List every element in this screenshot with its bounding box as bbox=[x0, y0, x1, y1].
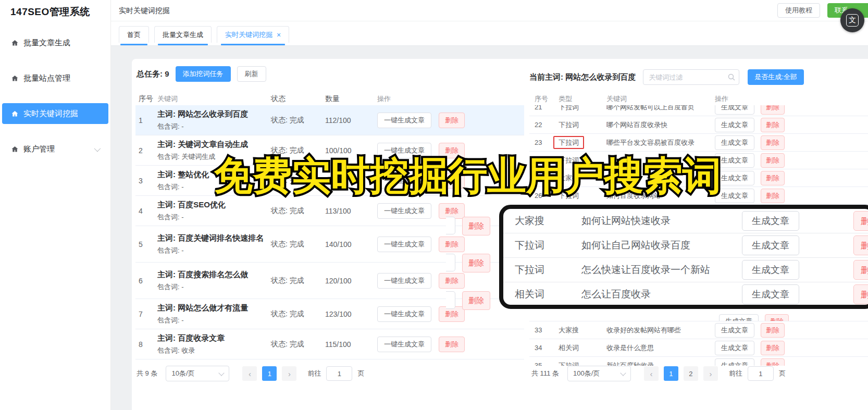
delete-button[interactable]: 删除 bbox=[761, 358, 785, 366]
keyword-text: 收录是什么意思 bbox=[606, 343, 715, 353]
generate-article-button[interactable]: 生成文章 bbox=[715, 118, 754, 132]
keyword-type-label: 相关词 bbox=[559, 344, 579, 352]
button-edge-fragment bbox=[446, 254, 455, 271]
keyword-filter-input[interactable] bbox=[643, 69, 739, 85]
keyword-actions: 生成文章删除 bbox=[715, 118, 785, 132]
tab-3[interactable]: 实时关键词挖掘× bbox=[217, 26, 289, 43]
task-index: 8 bbox=[139, 340, 157, 349]
generate-all-button[interactable]: 是否生成:全部 bbox=[748, 69, 804, 85]
delete-button[interactable]: 删除 bbox=[853, 211, 868, 231]
prev-page-button[interactable]: ‹ bbox=[242, 366, 257, 381]
widget-badge-icon[interactable]: 文 bbox=[840, 8, 864, 32]
keyword-type: 下拉词 bbox=[559, 105, 606, 112]
generate-article-button[interactable]: 生成文章 bbox=[719, 314, 759, 321]
delete-button[interactable]: 删除 bbox=[761, 323, 785, 338]
keyword-actions: 生成文章删除 bbox=[715, 171, 785, 185]
delete-button[interactable]: 删除 bbox=[439, 337, 465, 352]
magnified-keyword-row: 大家搜如何让网站快速收录生成文章删除 bbox=[503, 209, 868, 233]
tab-2[interactable]: 批量文章生成 bbox=[154, 26, 212, 43]
delete-button[interactable]: 删除 bbox=[853, 284, 868, 304]
task-row: 8主词: 百度收录文章包含词: 收录状态: 完成115/100一键生成文章删除 bbox=[135, 329, 524, 359]
column-header: 关键词 bbox=[606, 94, 715, 104]
generate-article-button[interactable]: 生成文章 bbox=[742, 235, 799, 255]
sidebar-item-2[interactable]: 批量站点管理 bbox=[2, 68, 108, 89]
next-page-button[interactable]: › bbox=[703, 366, 718, 381]
task-count: 112/100 bbox=[325, 116, 377, 125]
keyword-row: 34相关词收录是什么意思生成文章删除 bbox=[529, 339, 868, 357]
tab-underline bbox=[158, 44, 208, 45]
generate-article-button[interactable]: 一键生成文章 bbox=[377, 306, 431, 322]
page-number-2[interactable]: 2 bbox=[684, 366, 698, 381]
help-button[interactable]: 使用教程 bbox=[777, 3, 820, 18]
generate-article-button[interactable]: 生成文章 bbox=[715, 323, 754, 338]
refresh-button[interactable]: 刷新 bbox=[237, 66, 266, 82]
generate-article-button[interactable]: 生成文章 bbox=[742, 260, 799, 280]
translate-icon: 文 bbox=[846, 14, 859, 27]
generate-article-button[interactable]: 生成文章 bbox=[715, 135, 754, 150]
generate-article-button[interactable]: 一键生成文章 bbox=[377, 273, 431, 289]
page-number-1[interactable]: 1 bbox=[262, 366, 277, 381]
add-task-button[interactable]: 添加挖词任务 bbox=[176, 66, 231, 82]
delete-button[interactable]: 删除 bbox=[761, 171, 785, 185]
generate-article-button[interactable]: 一键生成文章 bbox=[377, 203, 431, 219]
app-logo: 147SEO管理系统 bbox=[10, 5, 90, 19]
sidebar-item-1[interactable]: 批量文章生成 bbox=[2, 32, 108, 53]
delete-button[interactable]: 删除 bbox=[439, 113, 465, 128]
keywords-pagination: 共 111 条100条/页‹12›前往页 bbox=[531, 366, 786, 381]
delete-button[interactable]: 删除 bbox=[853, 260, 868, 280]
keyword-type: 下拉词 bbox=[559, 138, 606, 147]
magnified-delete-button-fragment[interactable]: 删除 bbox=[462, 217, 490, 235]
delete-button[interactable]: 删除 bbox=[853, 235, 868, 255]
generate-article-button[interactable]: 生成文章 bbox=[742, 284, 799, 304]
sidebar-item-4[interactable]: 账户管理 bbox=[2, 139, 108, 159]
delete-button[interactable]: 删除 bbox=[761, 189, 785, 203]
delete-button[interactable]: 删除 bbox=[761, 105, 785, 115]
goto-page-input[interactable] bbox=[326, 366, 352, 381]
keyword-index: 35 bbox=[535, 362, 559, 366]
keyword-text: 怎么快速让百度收录一个新站 bbox=[581, 263, 738, 277]
goto-label: 前往 bbox=[307, 369, 321, 378]
delete-button[interactable]: 删除 bbox=[761, 135, 785, 150]
next-page-button[interactable]: › bbox=[282, 366, 296, 381]
generate-article-button[interactable]: 生成文章 bbox=[715, 105, 754, 115]
magnified-delete-button-fragment[interactable]: 删除 bbox=[462, 291, 490, 310]
keyword-index: 34 bbox=[535, 344, 559, 352]
prev-page-button[interactable]: ‹ bbox=[644, 366, 659, 381]
delete-button[interactable]: 删除 bbox=[439, 237, 465, 252]
delete-button[interactable]: 删除 bbox=[765, 314, 789, 321]
keyword-type-label: 下拉词 bbox=[559, 105, 579, 111]
delete-button[interactable]: 删除 bbox=[439, 273, 465, 289]
keyword-type-label: 下拉词 bbox=[559, 121, 579, 129]
page-number-1[interactable]: 1 bbox=[664, 366, 678, 381]
sidebar-item-3[interactable]: 实时关键词挖掘 bbox=[2, 103, 108, 124]
generate-article-button[interactable]: 生成文章 bbox=[742, 211, 799, 231]
close-icon[interactable]: × bbox=[277, 31, 281, 39]
delete-button[interactable]: 删除 bbox=[761, 341, 785, 355]
generate-article-button[interactable]: 一键生成文章 bbox=[377, 337, 431, 352]
keyword-type: 下拉词 bbox=[515, 239, 581, 252]
delete-button[interactable]: 删除 bbox=[439, 203, 465, 219]
current-main-keyword: 当前主词: 网站怎么收录到百度 bbox=[529, 72, 636, 82]
page-size-select[interactable]: 10条/页 bbox=[166, 366, 229, 381]
delete-button[interactable]: 删除 bbox=[761, 118, 785, 132]
page-size-select[interactable]: 100条/页 bbox=[567, 366, 631, 381]
keyword-row: 35下拉词新站百度秒收录生成文章删除 bbox=[529, 357, 868, 366]
magnified-delete-button-fragment[interactable]: 删除 bbox=[462, 254, 490, 272]
generate-article-button[interactable]: 一键生成文章 bbox=[377, 113, 431, 128]
task-keyword-cell: 主词: 百度关键词排名快速排名包含词: - bbox=[157, 233, 271, 255]
task-include-words: 包含词: - bbox=[157, 122, 267, 131]
keyword-text: 怎么让百度收录 bbox=[581, 288, 738, 301]
column-header: 序号 bbox=[535, 94, 559, 104]
delete-button[interactable]: 删除 bbox=[761, 153, 785, 168]
generate-article-button[interactable]: 生成文章 bbox=[715, 358, 754, 366]
page-unit-label: 页 bbox=[779, 369, 786, 378]
generate-article-button[interactable]: 一键生成文章 bbox=[377, 237, 431, 252]
goto-page-input[interactable] bbox=[748, 366, 774, 381]
generate-article-button[interactable]: 生成文章 bbox=[715, 341, 754, 355]
task-keyword-cell: 主词: 百度收录文章包含词: 收录 bbox=[157, 333, 271, 355]
tab-1[interactable]: 首页 bbox=[119, 26, 149, 43]
task-keyword-cell: 主词: 百度搜索排名怎么做包含词: - bbox=[157, 269, 271, 292]
keyword-row: 23下拉词哪些平台发文容易被百度收录生成文章删除 bbox=[529, 134, 868, 152]
magnified-row-fragment: 删除 bbox=[446, 217, 490, 235]
page-unit-label: 页 bbox=[357, 369, 364, 378]
